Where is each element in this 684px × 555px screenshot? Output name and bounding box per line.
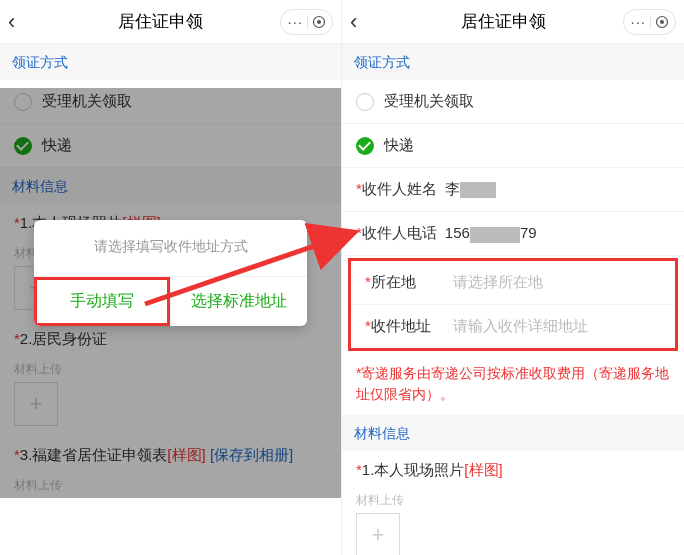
highlight-box: *所在地 请选择所在地 *收件地址 请输入收件详细地址 (348, 258, 678, 351)
page-title: 居住证申领 (58, 10, 263, 33)
more-icon[interactable]: ··· (287, 14, 303, 29)
recipient-name-row[interactable]: *收件人姓名 李 (342, 168, 684, 212)
section-materials: 材料信息 (342, 415, 684, 451)
back-icon[interactable]: ‹ (350, 9, 357, 35)
more-icon[interactable]: ··· (630, 14, 646, 29)
radio-pickup-label: 受理机关领取 (384, 92, 474, 111)
modal-manual-button[interactable]: 手动填写 (34, 277, 170, 326)
section-method: 领证方式 (0, 44, 341, 80)
recipient-phone-row[interactable]: *收件人电话 15679 (342, 212, 684, 256)
back-icon[interactable]: ‹ (8, 9, 15, 35)
radio-express[interactable]: 快递 (342, 124, 684, 168)
upload-label: 材料上传 (342, 490, 684, 513)
header: ‹ 居住证申领 ··· (342, 0, 684, 44)
modal-standard-button[interactable]: 选择标准地址 (170, 277, 307, 326)
location-placeholder: 请选择所在地 (453, 273, 661, 292)
recipient-phone-value: 15679 (445, 224, 670, 242)
location-row[interactable]: *所在地 请选择所在地 (351, 261, 675, 305)
modal-title: 请选择填写收件地址方式 (34, 220, 307, 276)
radio-pickup[interactable]: 受理机关领取 (342, 80, 684, 124)
section-method: 领证方式 (342, 44, 684, 80)
right-screen: ‹ 居住证申领 ··· 领证方式 受理机关领取 快递 *收件人姓名 李 *收件人 (342, 0, 684, 555)
address-row[interactable]: *收件地址 请输入收件详细地址 (351, 305, 675, 348)
radio-unchecked-icon (356, 93, 374, 111)
material-item-1: *1.本人现场照片[样图] (342, 451, 684, 490)
recipient-name-value: 李 (445, 180, 670, 199)
svg-point-1 (317, 20, 321, 24)
svg-point-3 (660, 20, 664, 24)
page-title: 居住证申领 (400, 10, 606, 33)
close-target-icon[interactable] (655, 15, 669, 29)
address-placeholder: 请输入收件详细地址 (453, 317, 661, 336)
header: ‹ 居住证申领 ··· (0, 0, 341, 44)
close-target-icon[interactable] (312, 15, 326, 29)
shipping-note: *寄递服务由寄递公司按标准收取费用（寄递服务地址仅限省内）。 (342, 353, 684, 415)
upload-box[interactable]: + (356, 513, 400, 555)
left-screen: ‹ 居住证申领 ··· 领证方式 受理机关领取 快递 材料信息 (0, 0, 342, 555)
capsule-menu[interactable]: ··· (280, 9, 333, 35)
capsule-menu[interactable]: ··· (623, 9, 676, 35)
radio-checked-icon (356, 137, 374, 155)
radio-express-label: 快递 (384, 136, 414, 155)
address-method-modal: 请选择填写收件地址方式 手动填写 选择标准地址 (34, 220, 307, 326)
